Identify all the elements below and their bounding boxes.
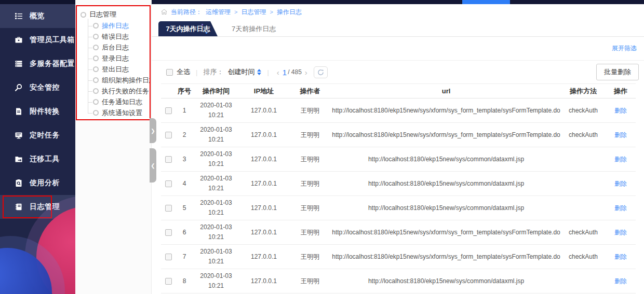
main-content: 当前路径： 运维管理 > 日志管理 > 操作日志 7天内操作日志 7天前操作日志… bbox=[152, 0, 644, 294]
breadcrumb-link-operation-log[interactable]: 操作日志 bbox=[277, 8, 302, 17]
table-row: 82020-01-0310:21127.0.0.1王明明http://local… bbox=[161, 269, 636, 293]
tab-before-7-days-log[interactable]: 7天前操作日志 bbox=[218, 21, 290, 36]
row-checkbox[interactable] bbox=[165, 278, 172, 285]
tree-item-2[interactable]: 后台日志 bbox=[88, 42, 150, 53]
breadcrumb-separator: > bbox=[234, 9, 237, 15]
tree-item-1[interactable]: 错误日志 bbox=[88, 31, 150, 42]
delete-link[interactable]: 删除 bbox=[614, 156, 627, 163]
tree-root-log-management[interactable]: 日志管理 bbox=[81, 9, 150, 20]
table-header-row: 序号 操作时间 IP地址 操作者 url 操作方法 操作 bbox=[161, 84, 636, 99]
sidebar-item-4[interactable]: 附件转换 bbox=[0, 100, 75, 123]
delete-link[interactable]: 删除 bbox=[614, 180, 627, 187]
select-all-checkbox[interactable] bbox=[166, 69, 173, 76]
cell-url: http://localhost:8180/ekp15new/sys/commo… bbox=[331, 269, 561, 293]
sidebar-item-2[interactable]: 多服务器配置 bbox=[0, 52, 75, 76]
row-checkbox[interactable] bbox=[165, 254, 172, 260]
delete-link[interactable]: 删除 bbox=[614, 131, 627, 138]
cell-operator: 王明明 bbox=[289, 99, 331, 123]
row-checkbox[interactable] bbox=[165, 205, 172, 212]
tree-item-0[interactable]: 操作日志 bbox=[88, 20, 150, 31]
toolbar: 全选 | 排序： 创建时间 | ‹ 1 / 485 › 批量删除 bbox=[152, 61, 644, 83]
topbar-active-tab[interactable] bbox=[462, 0, 510, 4]
sort-field-selector[interactable]: 创建时间 bbox=[227, 67, 254, 77]
sort-direction-icon[interactable] bbox=[257, 69, 261, 75]
cell-method: checkAuth bbox=[561, 245, 606, 269]
cell-operation-time: 2020-01-0310:21 bbox=[193, 172, 239, 196]
sidebar-item-label: 附件转换 bbox=[30, 107, 60, 116]
cell-no: 2 bbox=[176, 123, 193, 147]
cell-no: 8 bbox=[176, 269, 193, 293]
batch-delete-button[interactable]: 批量删除 bbox=[596, 64, 639, 80]
row-checkbox[interactable] bbox=[165, 107, 172, 114]
toolbar-divider: | bbox=[267, 68, 269, 76]
delete-link[interactable]: 删除 bbox=[614, 204, 627, 212]
row-checkbox[interactable] bbox=[165, 156, 172, 163]
tree-item-3[interactable]: 登录日志 bbox=[88, 53, 150, 64]
tree-item-8[interactable]: 系统通知设置 bbox=[88, 107, 150, 118]
breadcrumb-link-log-management[interactable]: 日志管理 bbox=[241, 8, 266, 17]
breadcrumb-link-ops-management[interactable]: 运维管理 bbox=[206, 8, 231, 17]
expand-filter-link[interactable]: 展开筛选 bbox=[612, 44, 637, 53]
cell-no: 4 bbox=[176, 172, 193, 196]
cell-operator: 王明明 bbox=[289, 269, 331, 293]
delete-link[interactable]: 删除 bbox=[614, 253, 627, 260]
table-row: 32020-01-0310:21127.0.0.1王明明http://local… bbox=[161, 147, 636, 172]
sidebar-item-7[interactable]: 使用分析 bbox=[0, 171, 75, 195]
next-page-button[interactable]: › bbox=[303, 68, 310, 77]
table-row: 52020-01-0310:21127.0.0.1王明明http://local… bbox=[161, 196, 636, 220]
cell-url: http://localhost:8180/ekp15new/sys/xform… bbox=[331, 245, 561, 269]
panel-collapse-handle[interactable]: ❮ bbox=[150, 148, 156, 183]
cell-method bbox=[561, 172, 606, 196]
panel-expand-handle[interactable]: ❯ bbox=[150, 118, 156, 143]
cell-operation-time: 2020-01-0310:21 bbox=[193, 269, 239, 293]
sidebar-item-6[interactable]: 迁移工具 bbox=[0, 147, 75, 171]
tree-node-icon bbox=[93, 88, 99, 94]
tree-item-5[interactable]: 组织架构操作日志 bbox=[88, 75, 150, 86]
delete-link[interactable]: 删除 bbox=[614, 107, 627, 114]
tree-item-6[interactable]: 执行失败的任务 bbox=[88, 86, 150, 96]
sidebar-item-1[interactable]: 管理员工具箱 bbox=[0, 28, 75, 52]
cell-operation-time: 2020-01-0310:21 bbox=[193, 123, 239, 147]
delete-link[interactable]: 删除 bbox=[614, 229, 627, 236]
cell-ip: 127.0.0.1 bbox=[239, 147, 289, 172]
cell-operation-time: 2020-01-0310:21 bbox=[193, 220, 239, 245]
security-search-icon bbox=[14, 83, 23, 92]
tree-item-label: 登出日志 bbox=[102, 65, 129, 74]
row-checkbox[interactable] bbox=[165, 229, 172, 236]
file-convert-icon bbox=[14, 107, 23, 116]
cell-no: 3 bbox=[176, 147, 193, 172]
table-row: 72020-01-0310:21127.0.0.1王明明http://local… bbox=[161, 245, 636, 269]
prev-page-button[interactable]: ‹ bbox=[275, 68, 281, 77]
cell-url: http://localhost:8180/ekp15new/sys/commo… bbox=[331, 196, 561, 220]
header-operator: 操作者 bbox=[289, 84, 331, 99]
header-checkbox-spacer bbox=[161, 84, 176, 99]
sidebar-item-0[interactable]: 概览 bbox=[0, 4, 75, 28]
header-actions: 操作 bbox=[606, 84, 636, 99]
tree-item-label: 后台日志 bbox=[102, 43, 129, 52]
cell-ip: 127.0.0.1 bbox=[239, 220, 289, 245]
current-page[interactable]: 1 bbox=[283, 68, 287, 77]
sidebar-item-5[interactable]: 定时任务 bbox=[0, 123, 75, 147]
sidebar-item-3[interactable]: 安全管控 bbox=[0, 76, 75, 100]
cell-method: checkAuth bbox=[561, 220, 606, 245]
row-checkbox[interactable] bbox=[165, 132, 172, 138]
row-checkbox[interactable] bbox=[165, 180, 172, 187]
tree-item-label: 操作日志 bbox=[102, 21, 129, 31]
cell-ip: 127.0.0.1 bbox=[239, 172, 289, 196]
app-window: 概览管理员工具箱多服务器配置安全管控附件转换定时任务迁移工具使用分析日志管理 日… bbox=[0, 0, 644, 294]
tree-item-7[interactable]: 任务通知日志 bbox=[88, 96, 150, 107]
refresh-button[interactable] bbox=[314, 66, 328, 78]
delete-link[interactable]: 删除 bbox=[614, 277, 627, 285]
cell-url: http://localhost:8180/ekp15new/sys/commo… bbox=[331, 147, 561, 172]
sidebar-item-label: 使用分析 bbox=[30, 178, 60, 188]
tree-panel: 日志管理 操作日志错误日志后台日志登录日志登出日志组织架构操作日志执行失败的任务… bbox=[75, 0, 152, 294]
tree-item-label: 执行失败的任务 bbox=[102, 87, 149, 96]
cell-no: 5 bbox=[176, 196, 193, 220]
home-icon bbox=[161, 9, 167, 15]
tab-last-7-days-log[interactable]: 7天内操作日志 bbox=[158, 21, 218, 36]
header-no: 序号 bbox=[176, 84, 193, 99]
cell-url: http://localhost:8180/ekp15new/sys/commo… bbox=[331, 172, 561, 196]
sort-label: 排序： bbox=[203, 67, 223, 77]
cell-operator: 王明明 bbox=[289, 147, 331, 172]
tree-item-4[interactable]: 登出日志 bbox=[88, 64, 150, 75]
